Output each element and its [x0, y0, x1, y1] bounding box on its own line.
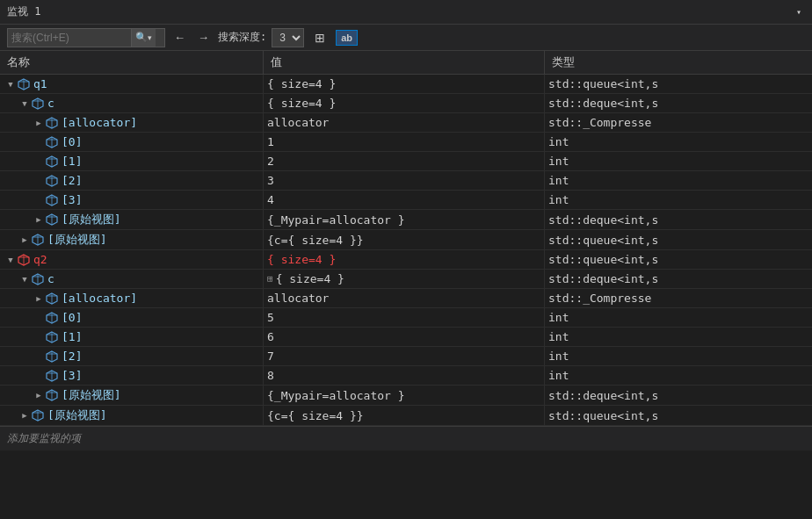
variable-icon — [46, 136, 58, 148]
variable-icon — [32, 97, 44, 110]
search-input[interactable] — [8, 32, 131, 44]
variable-value: { size=4 } — [267, 77, 336, 90]
variable-type: int — [548, 155, 569, 168]
name-cell: ▶ [allocator] — [0, 113, 264, 132]
expand-button[interactable]: ▶ — [18, 408, 32, 422]
title-bar-left: 监视 1 — [7, 4, 40, 19]
table-row[interactable]: ▼ q2{ size=4 }std::queue<int,s — [0, 250, 812, 270]
search-dropdown-arrow: ▾ — [148, 33, 152, 42]
variable-icon — [32, 409, 44, 422]
variable-value: 1 — [267, 135, 274, 148]
table-row[interactable]: ▶ [allocator]allocatorstd::_Compresse — [0, 289, 812, 308]
table-row[interactable]: [1]6int — [0, 328, 812, 347]
type-cell: std::deque<int,s — [545, 94, 812, 112]
variable-icon — [46, 117, 58, 129]
type-cell: std::queue<int,s — [545, 406, 812, 425]
value-cell: 3 — [264, 171, 545, 190]
table-row[interactable]: [0]1int — [0, 133, 812, 152]
variable-icon — [46, 155, 58, 168]
variable-name: [3] — [62, 369, 82, 382]
expand-button[interactable]: ▼ — [18, 272, 32, 286]
depth-select[interactable]: 1 2 3 4 5 — [272, 28, 304, 47]
expand-button[interactable]: ▼ — [4, 77, 18, 91]
variable-icon — [32, 273, 44, 285]
variable-value: {c={ size=4 }} — [267, 409, 364, 422]
forward-button[interactable]: → — [194, 29, 213, 46]
variable-name: [原始视图] — [62, 212, 121, 227]
variable-icon — [18, 254, 30, 266]
expand-button[interactable]: ▶ — [32, 213, 46, 227]
name-cell: ▶ [原始视图] — [0, 386, 264, 405]
expand-button[interactable]: ▼ — [18, 97, 32, 111]
type-cell: std::_Compresse — [545, 113, 812, 132]
table-row[interactable]: [2]3int — [0, 171, 812, 191]
value-cell: { size=4 } — [264, 250, 545, 269]
variable-name: [0] — [62, 135, 82, 148]
table-row[interactable]: ▶ [原始视图]{_Mypair=allocator }std::deque<i… — [0, 386, 812, 406]
variable-name: [1] — [62, 330, 82, 343]
value-cell: {_Mypair=allocator } — [264, 386, 545, 405]
variable-value: 8 — [267, 369, 274, 382]
value-cell: { size=4 } — [264, 75, 545, 93]
variable-type: std::queue<int,s — [548, 234, 658, 247]
type-cell: std::queue<int,s — [545, 75, 812, 93]
variable-type: int — [548, 174, 569, 187]
variable-type: std::deque<int,s — [548, 213, 658, 227]
table-row[interactable]: ▼ c{ size=4 }std::deque<int,s — [0, 94, 812, 113]
name-cell: ▶ [原始视图] — [0, 230, 264, 249]
add-bar[interactable]: 添加要监视的项 — [0, 426, 812, 451]
variable-value: 7 — [267, 350, 274, 363]
title-dropdown-arrow[interactable]: ▾ — [793, 5, 805, 18]
type-cell: std::queue<int,s — [545, 250, 812, 269]
type-cell: std::queue<int,s — [545, 230, 812, 249]
variable-icon — [46, 370, 58, 382]
table-row[interactable]: [3]8int — [0, 366, 812, 386]
variable-type: int — [548, 135, 569, 148]
value-cell: 6 — [264, 328, 545, 346]
name-cell: ▶ [原始视图] — [0, 210, 264, 229]
expand-button[interactable]: ▶ — [18, 233, 32, 247]
table-row[interactable]: ▶ [原始视图]{_Mypair=allocator }std::deque<i… — [0, 210, 812, 230]
variable-name: c — [47, 97, 54, 110]
value-cell: allocator — [264, 113, 545, 132]
table-row[interactable]: ▶ [原始视图]{c={ size=4 }}std::queue<int,s — [0, 230, 812, 250]
expand-button[interactable]: ▶ — [32, 292, 46, 306]
variable-value: allocator — [267, 116, 329, 129]
variable-icon — [46, 213, 58, 226]
pin-toolbar-button[interactable]: ⊞ — [309, 28, 330, 47]
search-box: 🔍 ▾ — [7, 28, 165, 47]
variable-name: q1 — [33, 77, 47, 90]
ab-toolbar-button[interactable]: ab — [336, 30, 358, 46]
name-cell: [1] — [0, 152, 264, 170]
expand-button[interactable]: ▶ — [32, 388, 46, 402]
table-row[interactable]: [2]7int — [0, 347, 812, 366]
search-button[interactable]: 🔍 ▾ — [131, 29, 156, 47]
table-row[interactable]: [3]4int — [0, 191, 812, 210]
table-row[interactable]: ▶ [原始视图]{c={ size=4 }}std::queue<int,s — [0, 406, 812, 426]
value-cell: {c={ size=4 }} — [264, 406, 545, 425]
variable-icon — [46, 389, 58, 401]
table-row[interactable]: ▼ c⊞ { size=4 }std::deque<int,s — [0, 270, 812, 289]
add-bar-text: 添加要监视的项 — [7, 431, 81, 446]
type-cell: int — [545, 328, 812, 346]
value-cell: 8 — [264, 366, 545, 385]
back-button[interactable]: ← — [170, 29, 189, 46]
variable-type: std::deque<int,s — [548, 389, 658, 402]
variable-value: { size=4 } — [276, 272, 344, 285]
type-cell: std::_Compresse — [545, 289, 812, 307]
table-row[interactable]: [0]5int — [0, 308, 812, 328]
variable-name: [原始视图] — [62, 387, 121, 403]
variable-name: q2 — [33, 253, 47, 266]
expand-button[interactable]: ▶ — [32, 116, 46, 130]
value-cell: allocator — [264, 289, 545, 307]
variable-type: std::queue<int,s — [548, 77, 658, 90]
table-row[interactable]: ▼ q1{ size=4 }std::queue<int,s — [0, 75, 812, 94]
table-row[interactable]: ▶ [allocator]allocatorstd::_Compresse — [0, 113, 812, 133]
type-cell: int — [545, 308, 812, 327]
pin-icon: ⊞ — [267, 273, 273, 285]
variable-name: [原始视图] — [47, 232, 107, 248]
expand-button[interactable]: ▼ — [4, 253, 18, 267]
type-cell: int — [545, 152, 812, 170]
table-row[interactable]: [1]2int — [0, 152, 812, 171]
variable-value: 4 — [267, 193, 274, 206]
